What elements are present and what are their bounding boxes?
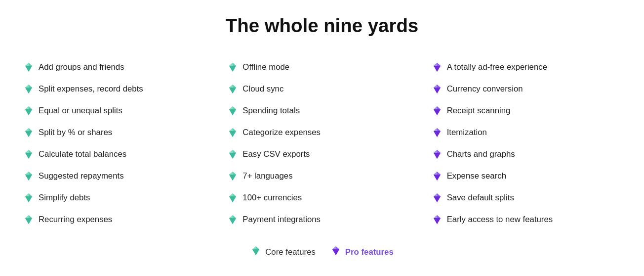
pro-feature-icon (431, 127, 443, 138)
svg-marker-71 (437, 85, 441, 88)
list-item: Expense search (429, 165, 623, 187)
svg-marker-89 (434, 196, 441, 202)
svg-marker-90 (434, 193, 437, 196)
feature-label: Spending totals (242, 106, 300, 116)
svg-marker-98 (252, 246, 256, 249)
svg-marker-82 (434, 150, 437, 153)
svg-marker-27 (29, 193, 32, 196)
svg-marker-70 (434, 85, 437, 88)
list-item: Split expenses, record debts (21, 78, 215, 100)
legend-core-label: Core features (265, 247, 316, 257)
list-item: Recurring expenses (21, 209, 215, 230)
svg-marker-99 (256, 246, 259, 249)
feature-label: Payment integrations (242, 215, 321, 225)
svg-marker-53 (229, 175, 236, 181)
svg-marker-1 (25, 66, 32, 72)
svg-marker-49 (229, 153, 236, 159)
svg-marker-26 (25, 193, 29, 196)
legend: Core features Pro features (250, 245, 394, 259)
list-item: Easy CSV exports (225, 143, 419, 165)
list-item: Receipt scanning (429, 100, 623, 122)
svg-marker-23 (29, 172, 32, 175)
feature-label: Receipt scanning (447, 106, 511, 116)
svg-marker-66 (434, 63, 437, 66)
svg-marker-47 (233, 128, 236, 131)
feature-label: Expense search (447, 171, 506, 181)
svg-marker-77 (434, 131, 441, 137)
core-feature-icon (227, 170, 239, 182)
feature-label: Offline mode (242, 62, 289, 72)
list-item: Add groups and friends (21, 56, 215, 78)
svg-marker-18 (25, 150, 29, 153)
core-feature-icon (227, 214, 239, 226)
page-title: The whole nine yards (226, 15, 418, 37)
feature-column-1: Add groups and friends Split expenses, r… (21, 56, 215, 230)
feature-label: Recurring expenses (39, 215, 112, 225)
svg-marker-37 (229, 88, 236, 93)
svg-marker-95 (437, 215, 441, 218)
svg-marker-15 (29, 128, 32, 131)
feature-label: Split by % or shares (39, 128, 112, 138)
svg-marker-93 (434, 218, 441, 224)
svg-marker-51 (233, 150, 236, 153)
svg-marker-39 (233, 85, 236, 88)
core-feature-icon (23, 61, 35, 73)
legend-core: Core features (250, 245, 316, 259)
svg-marker-73 (434, 109, 441, 115)
feature-label: 100+ currencies (242, 193, 302, 203)
feature-label: Equal or unequal splits (39, 106, 122, 116)
core-feature-icon (23, 192, 35, 204)
pro-feature-icon (431, 192, 443, 204)
list-item: Categorize expenses (225, 122, 419, 143)
feature-column-3: A totally ad-free experience Currency co… (429, 56, 623, 230)
svg-marker-101 (332, 249, 339, 255)
core-feature-icon (227, 105, 239, 117)
svg-marker-35 (233, 63, 236, 66)
list-item: Equal or unequal splits (21, 100, 215, 122)
svg-marker-29 (25, 218, 32, 224)
feature-label: Calculate total balances (39, 149, 126, 159)
svg-marker-57 (229, 196, 236, 202)
feature-column-2: Offline mode Cloud sync Spending totals … (225, 56, 419, 230)
svg-marker-102 (332, 246, 336, 249)
svg-marker-86 (434, 172, 437, 175)
pro-feature-icon (431, 148, 443, 160)
svg-marker-21 (25, 175, 32, 181)
pro-feature-icon (431, 83, 443, 95)
svg-marker-87 (437, 172, 441, 175)
svg-marker-9 (25, 109, 32, 115)
feature-label: Save default splits (447, 193, 514, 203)
svg-marker-17 (25, 153, 32, 159)
feature-label: 7+ languages (242, 171, 292, 181)
svg-marker-78 (434, 128, 437, 131)
feature-label: Early access to new features (447, 215, 553, 225)
features-grid: Add groups and friends Split expenses, r… (21, 56, 623, 230)
feature-label: Charts and graphs (447, 149, 515, 159)
pro-feature-icon (431, 170, 443, 182)
list-item: Suggested repayments (21, 165, 215, 187)
legend-pro: Pro features (330, 245, 394, 259)
svg-marker-67 (437, 63, 441, 66)
feature-label: Add groups and friends (39, 62, 124, 72)
svg-marker-59 (233, 193, 236, 196)
core-feature-icon (23, 127, 35, 138)
svg-marker-62 (229, 215, 233, 218)
svg-marker-69 (434, 88, 441, 93)
list-item: Cloud sync (225, 78, 419, 100)
feature-label: Itemization (447, 128, 487, 138)
feature-label: Suggested repayments (39, 171, 124, 181)
core-feature-icon (23, 83, 35, 95)
core-feature-icon (227, 83, 239, 95)
svg-marker-65 (434, 66, 441, 72)
svg-marker-25 (25, 196, 32, 202)
core-feature-icon (227, 61, 239, 73)
svg-marker-33 (229, 66, 236, 72)
svg-marker-58 (229, 193, 233, 196)
list-item: Charts and graphs (429, 143, 623, 165)
svg-marker-41 (229, 109, 236, 115)
svg-marker-54 (229, 172, 233, 175)
feature-label: Currency conversion (447, 84, 523, 94)
feature-label: Cloud sync (242, 84, 283, 94)
svg-marker-19 (29, 150, 32, 153)
svg-marker-83 (437, 150, 441, 153)
